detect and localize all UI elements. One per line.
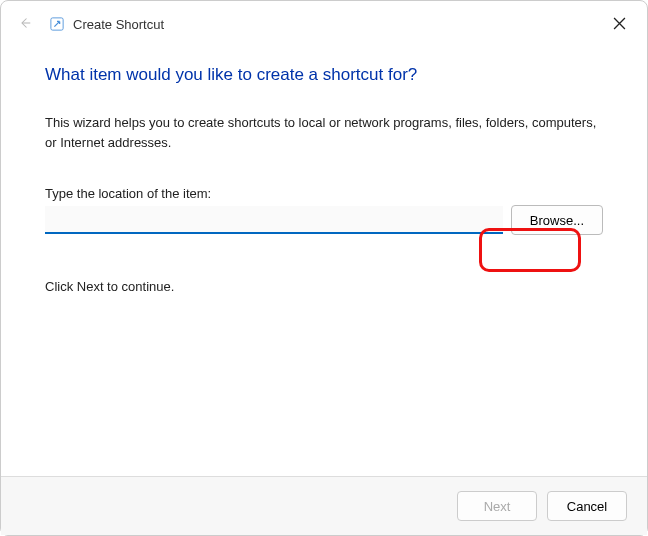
close-button[interactable] <box>607 11 631 35</box>
location-input-row: Browse... <box>45 205 603 235</box>
close-icon <box>613 17 626 30</box>
back-icon <box>17 15 33 33</box>
location-label: Type the location of the item: <box>45 186 603 201</box>
titlebar: Create Shortcut <box>1 1 647 41</box>
page-heading: What item would you like to create a sho… <box>45 65 603 85</box>
page-description: This wizard helps you to create shortcut… <box>45 113 603 152</box>
browse-button[interactable]: Browse... <box>511 205 603 235</box>
next-instruction: Click Next to continue. <box>45 279 603 294</box>
wizard-footer: Next Cancel <box>1 476 647 535</box>
next-button[interactable]: Next <box>457 491 537 521</box>
cancel-button[interactable]: Cancel <box>547 491 627 521</box>
window-title: Create Shortcut <box>73 17 164 32</box>
create-shortcut-wizard: Create Shortcut What item would you like… <box>0 0 648 536</box>
wizard-content: What item would you like to create a sho… <box>1 41 647 476</box>
shortcut-icon <box>49 16 65 32</box>
location-input[interactable] <box>45 206 503 234</box>
